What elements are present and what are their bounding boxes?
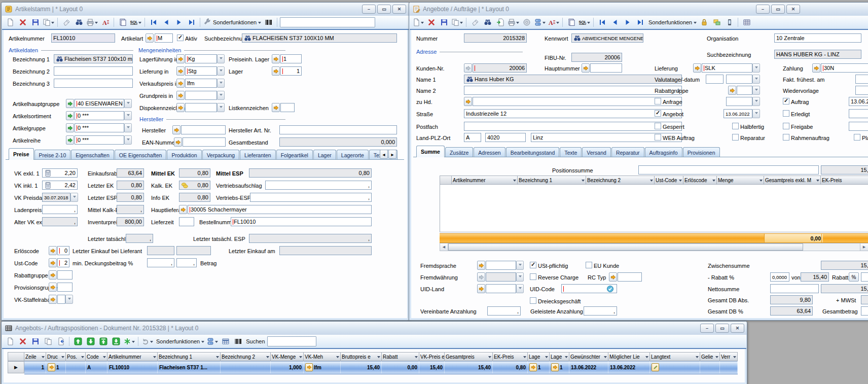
gesamt-db-prozent-field[interactable]: 63,64 xyxy=(770,306,813,316)
fremdwaehrung-field[interactable] xyxy=(486,272,516,282)
tab-verpackung[interactable]: Verpackung xyxy=(202,150,239,160)
rc-typ-arrow-button[interactable] xyxy=(609,272,617,282)
column-header-lage-15[interactable]: Lage xyxy=(550,352,569,361)
artikelgruppe-field[interactable]: 0 *** xyxy=(75,123,124,132)
nav-prev-button[interactable] xyxy=(160,17,172,28)
fremdsprache-arrow-button[interactable] xyxy=(477,261,485,270)
column-header-bruttopreis-e-9[interactable]: Bruttopreis e xyxy=(341,352,382,361)
rabattgruppe-dropdown-button[interactable] xyxy=(752,86,760,95)
listkennzeichen-field[interactable] xyxy=(280,103,295,112)
planauftrag-checkbox[interactable] xyxy=(854,134,860,141)
zwischensumme-field[interactable]: 15,40 xyxy=(821,261,868,270)
strasse-field[interactable]: Industriezeile 12 xyxy=(464,109,682,118)
column-header-bezeichnung-2-6[interactable]: Bezeichnung 2 xyxy=(221,352,271,361)
cell-artikelnummer-4[interactable]: FL10010 xyxy=(107,361,158,373)
artikelsortiment-dropdown-button[interactable] xyxy=(124,111,132,120)
scroll-thumb[interactable] xyxy=(448,243,803,251)
column-header-gew-nschter-16[interactable]: Gewünschter xyxy=(569,352,608,361)
check-icon[interactable] xyxy=(606,285,614,292)
rabattgruppe-arrow-button[interactable] xyxy=(49,270,57,280)
artikelstamm-minimize-button[interactable]: – xyxy=(362,5,376,14)
eu-kunde-checkbox[interactable] xyxy=(586,262,592,268)
artikelsortiment-arrow-button[interactable] xyxy=(66,111,74,120)
lagerfuehrung-field[interactable]: Kg xyxy=(185,54,217,63)
zu-hd-arrow-button[interactable] xyxy=(464,97,472,106)
rahmenauftrag-checkbox[interactable] xyxy=(783,134,789,141)
mittel-ek-field[interactable]: 0,80 xyxy=(179,168,210,178)
grid-horizontal-scrollbar[interactable]: ◀ ▶ xyxy=(440,243,868,251)
hauptnummer-arrow-button[interactable] xyxy=(582,63,590,73)
letzter-tatsaechl-esp-field[interactable]: , xyxy=(249,234,372,243)
print-button[interactable] xyxy=(507,17,520,28)
gesamt-db-abs-field[interactable]: 9,80 xyxy=(770,295,813,304)
column-header-bezeichnung-1-1[interactable]: Bezeichnung 1 xyxy=(518,176,586,185)
print-button[interactable] xyxy=(86,17,98,28)
info-ek-field[interactable]: 0,80 xyxy=(179,193,210,202)
tab-preise-2-10[interactable]: Preise 2-10 xyxy=(34,150,71,160)
cell-vk-meh-8[interactable]: lfm xyxy=(304,361,341,373)
angebote-minimize-button[interactable]: – xyxy=(756,5,770,14)
zu-hd-field[interactable] xyxy=(473,97,682,106)
ust-code-field[interactable]: 2 xyxy=(57,258,69,267)
cell-bezeichnung-1-5[interactable]: Flacheisen ST37 1... xyxy=(158,361,221,373)
scroll-left-arrow[interactable]: ◀ xyxy=(440,243,448,251)
column-header-gesamtpreis-12[interactable]: Gesamtpreis xyxy=(445,352,493,361)
nettosumme-field[interactable] xyxy=(770,284,819,293)
column-header-menge-5[interactable]: Menge xyxy=(717,176,764,185)
lagerfuehrung-dropdown-button[interactable] xyxy=(217,54,225,63)
tab-lager[interactable]: Lager xyxy=(313,150,336,160)
save-button[interactable] xyxy=(29,336,41,347)
report-a-button[interactable]: A xyxy=(547,17,560,28)
gesamtbestand-field[interactable]: 0,000 xyxy=(279,137,397,147)
letzter-esp-field[interactable]: 0,80 xyxy=(117,193,144,202)
artikelhauptgruppe-field[interactable]: 40 EISENWAREN xyxy=(75,99,124,108)
lieferzeit-field[interactable] xyxy=(179,217,194,226)
grid-button[interactable] xyxy=(741,17,752,28)
eraser-button[interactable] xyxy=(60,17,72,28)
listkennzeichen-arrow-button[interactable] xyxy=(272,103,280,112)
nav-prev-button[interactable] xyxy=(609,17,621,28)
fibu-field[interactable]: 20006 xyxy=(571,53,622,62)
tab-scroll-right-button[interactable]: ▸ xyxy=(388,150,396,159)
hauptnummer-field[interactable] xyxy=(590,63,622,73)
column-header-code-3[interactable]: Code xyxy=(86,352,107,361)
artikelsortiment-field[interactable]: 0 *** xyxy=(75,111,124,120)
tab-scroll-left-button[interactable]: ◂ xyxy=(380,150,388,159)
phone-button[interactable] xyxy=(724,17,735,28)
vereinbarte-anzahlung-field[interactable]: , xyxy=(487,306,521,316)
cell-rabatt-10[interactable]: 0,00 xyxy=(382,361,419,373)
artikelreihe-field[interactable]: 0 *** xyxy=(75,135,124,145)
column-header-pos-2[interactable]: Pos. xyxy=(66,352,86,361)
cell-gew-nschter-16[interactable]: 13.06.2022 xyxy=(569,361,608,373)
bestellnummer-field[interactable]: FL10010 xyxy=(231,217,372,226)
artikelreihe-dropdown-button[interactable] xyxy=(124,135,132,145)
uid-code-field[interactable] xyxy=(561,284,617,293)
name2-field[interactable] xyxy=(464,86,682,95)
scroll-right-arrow[interactable]: ▶ xyxy=(860,243,868,251)
tab-eigenschaften[interactable]: Eigenschaften xyxy=(71,150,114,160)
artikelhauptgruppe-arrow-button[interactable] xyxy=(66,99,74,108)
erledigt-checkbox[interactable] xyxy=(783,110,789,117)
anfrage-checkbox[interactable] xyxy=(655,98,661,104)
valutatage-field2[interactable] xyxy=(726,75,752,84)
cell-druc-1[interactable]: 1 xyxy=(46,361,66,373)
delete-x-button[interactable] xyxy=(17,336,28,347)
column-header-ust-code-3[interactable]: Ust-Code xyxy=(655,176,683,185)
column-header-bezeichnung-2-2[interactable]: Bezeichnung 2 xyxy=(586,176,655,185)
sonderfunktionen-button[interactable]: Sonderfunktionen xyxy=(155,336,205,347)
dispo-arrow-button[interactable] xyxy=(176,103,185,112)
vertriebsaufschlag-field[interactable]: , xyxy=(265,181,372,190)
hersteller-artnr-field[interactable] xyxy=(279,125,397,134)
tab-auftragsinfo[interactable]: Auftragsinfo xyxy=(645,147,682,157)
verkaufspreis-arrow-button[interactable] xyxy=(176,79,185,88)
angebot-checkbox[interactable] xyxy=(655,110,661,117)
layers-button[interactable] xyxy=(711,17,722,28)
nettosumme-total-field[interactable]: 15,40 xyxy=(821,284,868,293)
min-deckungsbeitrag-field2[interactable]: , xyxy=(176,258,197,267)
anfrage-dropdown-button[interactable] xyxy=(752,97,760,106)
save-button[interactable] xyxy=(29,17,41,28)
tab-oe-eigenschaften[interactable]: OE Eigenschaften xyxy=(115,150,167,160)
freigabe-checkbox[interactable] xyxy=(783,123,789,129)
provisionsgruppe-arrow-button[interactable] xyxy=(49,283,57,292)
titlebar-positionen[interactable]: Angebots- / Auftragspositionen - Dokumen… xyxy=(2,322,747,335)
